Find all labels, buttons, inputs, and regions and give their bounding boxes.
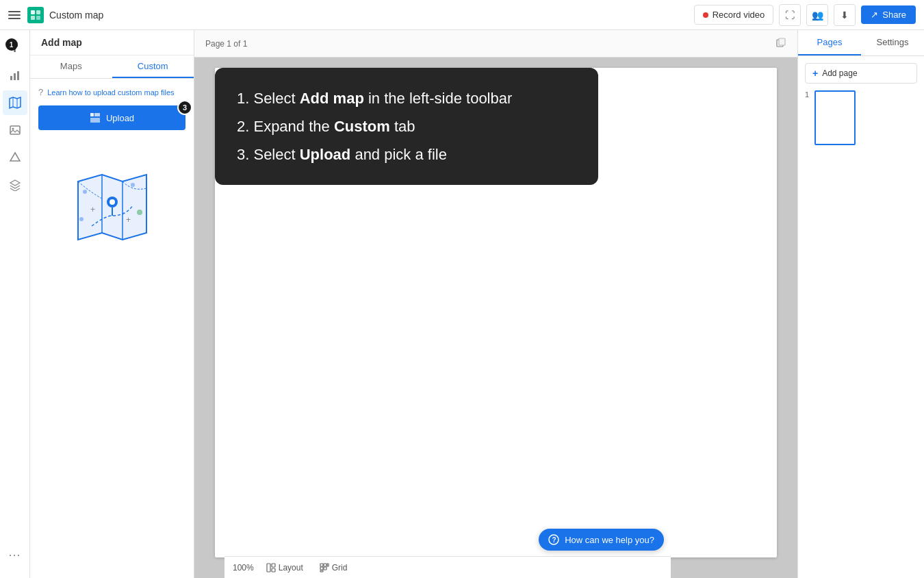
topbar: Custom map Record video ⛶ 👥 ⬇ ↗ Share: [0, 0, 924, 30]
svg-marker-9: [10, 153, 20, 161]
topbar-actions: Record video ⛶ 👥 ⬇ ↗ Share: [694, 4, 916, 26]
svg-rect-10: [90, 113, 94, 116]
question-icon: ?: [38, 87, 43, 97]
menu-icon[interactable]: [8, 8, 22, 22]
grid-icon: [320, 563, 329, 573]
sidebar-item-data[interactable]: [3, 63, 27, 88]
sidebar-item-shapes[interactable]: [3, 145, 27, 170]
svg-rect-25: [272, 568, 275, 572]
step-1-badge: 1: [5, 38, 18, 51]
panel-title: Add map: [30, 30, 194, 55]
icon-sidebar: T 1: [0, 30, 30, 578]
svg-point-17: [137, 210, 142, 215]
svg-rect-2: [31, 16, 35, 20]
main-layout: T 1: [0, 30, 924, 578]
page-title: Custom map: [49, 10, 689, 21]
instruction-step1: 1. Select Add map in the left-side toolb…: [237, 87, 576, 110]
instruction-step2: 2. Expand the Custom tab: [237, 115, 576, 138]
fullscreen-button[interactable]: ⛶: [779, 4, 801, 26]
bottom-bar: 100% Layout Grid: [224, 556, 671, 578]
svg-rect-4: [10, 76, 12, 80]
svg-point-8: [12, 128, 14, 130]
svg-point-14: [110, 199, 115, 205]
sidebar-item-text[interactable]: T 1: [3, 36, 27, 60]
svg-rect-6: [17, 71, 19, 80]
share-users-button[interactable]: 👥: [806, 4, 828, 26]
page-info: Page 1 of 1: [205, 39, 247, 49]
map-svg: + +: [64, 158, 160, 253]
download-button[interactable]: ⬇: [834, 4, 856, 26]
sidebar-item-more[interactable]: ···: [3, 542, 27, 567]
svg-rect-27: [324, 564, 326, 566]
panel-tabs: Maps Custom: [30, 55, 194, 79]
step-3-badge: 3: [177, 100, 192, 115]
help-floating-button[interactable]: ? How can we help you?: [539, 529, 664, 551]
zoom-level: 100%: [233, 563, 254, 573]
plus-icon: +: [812, 68, 818, 79]
right-panel: Pages Settings + Add page 1: [797, 30, 924, 578]
page-number: 1: [805, 90, 809, 99]
right-panel-content: + Add page 1: [798, 56, 924, 578]
image-icon: [9, 124, 21, 136]
share-icon: ↗: [871, 10, 878, 20]
instruction-overlay: 1. Select Add map in the left-side toolb…: [215, 68, 598, 185]
tab-settings[interactable]: Settings: [861, 30, 924, 55]
svg-point-18: [79, 217, 84, 221]
svg-rect-3: [36, 16, 40, 20]
tab-pages[interactable]: Pages: [798, 30, 861, 55]
upload-container: Upload 3: [38, 105, 185, 130]
add-page-button[interactable]: + Add page: [805, 63, 917, 84]
app-logo: [27, 7, 44, 23]
page-thumbnail[interactable]: [814, 90, 856, 145]
canvas-toolbar: Page 1 of 1: [194, 30, 797, 58]
svg-rect-12: [90, 118, 100, 123]
sidebar-item-image[interactable]: [3, 118, 27, 142]
sidebar-bottom: ···: [3, 542, 27, 573]
svg-rect-24: [272, 564, 275, 567]
svg-text:+: +: [90, 205, 95, 214]
svg-rect-31: [320, 570, 323, 572]
svg-rect-29: [320, 567, 323, 570]
map-illustration: + +: [38, 144, 185, 267]
svg-rect-22: [779, 38, 785, 45]
tab-maps[interactable]: Maps: [30, 55, 112, 78]
grid-button[interactable]: Grid: [316, 562, 352, 574]
page-thumbnail-container: 1: [805, 90, 917, 145]
record-dot-icon: [703, 12, 708, 18]
help-link[interactable]: ? Learn how to upload custom map files: [38, 87, 185, 97]
svg-rect-0: [31, 10, 35, 14]
svg-rect-26: [320, 564, 323, 566]
help-icon: ?: [548, 534, 559, 545]
upload-icon: [90, 112, 101, 123]
svg-text:?: ?: [552, 536, 556, 544]
share-button[interactable]: ↗ Share: [861, 5, 916, 24]
chart-icon: [9, 69, 21, 81]
svg-point-16: [131, 183, 135, 187]
tab-custom[interactable]: Custom: [112, 55, 194, 78]
svg-rect-23: [267, 564, 270, 572]
svg-rect-1: [36, 10, 40, 14]
sidebar-item-layers[interactable]: [3, 173, 27, 197]
copy-page-icon[interactable]: [775, 37, 786, 50]
svg-rect-30: [324, 567, 326, 570]
svg-text:+: +: [126, 215, 131, 225]
svg-rect-28: [327, 564, 329, 566]
upload-button[interactable]: Upload: [38, 105, 185, 130]
add-map-panel: Add map Maps Custom ? Learn how to uploa…: [30, 30, 194, 578]
instruction-step3: 3. Select Upload and pick a file: [237, 143, 576, 166]
layout-icon: [266, 563, 276, 573]
shapes-icon: [9, 151, 21, 164]
svg-rect-5: [14, 73, 16, 80]
layers-icon: [9, 179, 21, 191]
layout-button[interactable]: Layout: [262, 562, 307, 574]
svg-rect-7: [10, 126, 20, 134]
svg-point-15: [83, 190, 87, 194]
record-button[interactable]: Record video: [694, 5, 774, 25]
map-icon: [8, 96, 22, 110]
svg-rect-11: [94, 113, 100, 116]
more-icon: ···: [8, 548, 21, 562]
right-panel-tabs: Pages Settings: [798, 30, 924, 56]
canvas-area: Page 1 of 1 1. Select Add map in the lef…: [194, 30, 797, 578]
sidebar-item-map[interactable]: [3, 90, 27, 115]
panel-content: ? Learn how to upload custom map files U…: [30, 79, 194, 578]
